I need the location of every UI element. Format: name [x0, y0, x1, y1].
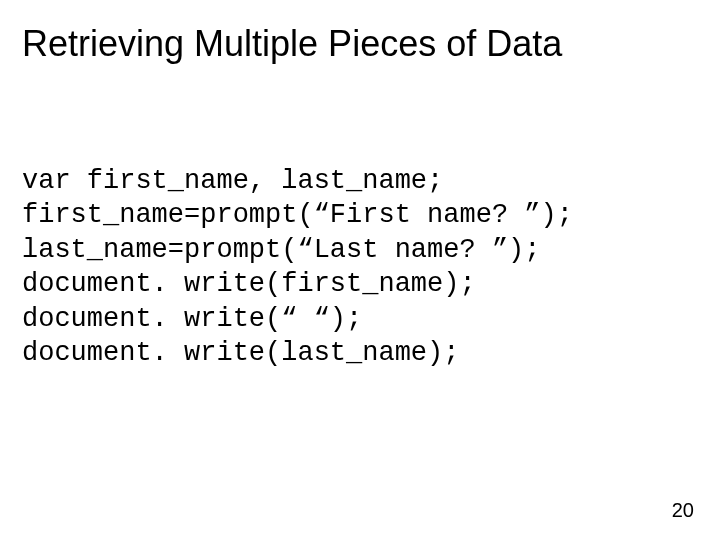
page-number: 20: [672, 499, 694, 522]
code-block: var first_name, last_name; first_name=pr…: [22, 164, 698, 371]
code-line: document. write(“ “);: [22, 304, 362, 334]
slide-title: Retrieving Multiple Pieces of Data: [22, 24, 698, 64]
code-line: document. write(first_name);: [22, 269, 476, 299]
code-line: var first_name, last_name;: [22, 166, 443, 196]
slide: Retrieving Multiple Pieces of Data var f…: [0, 0, 720, 540]
code-line: last_name=prompt(“Last name? ”);: [22, 235, 540, 265]
code-line: document. write(last_name);: [22, 338, 459, 368]
code-line: first_name=prompt(“First name? ”);: [22, 200, 573, 230]
